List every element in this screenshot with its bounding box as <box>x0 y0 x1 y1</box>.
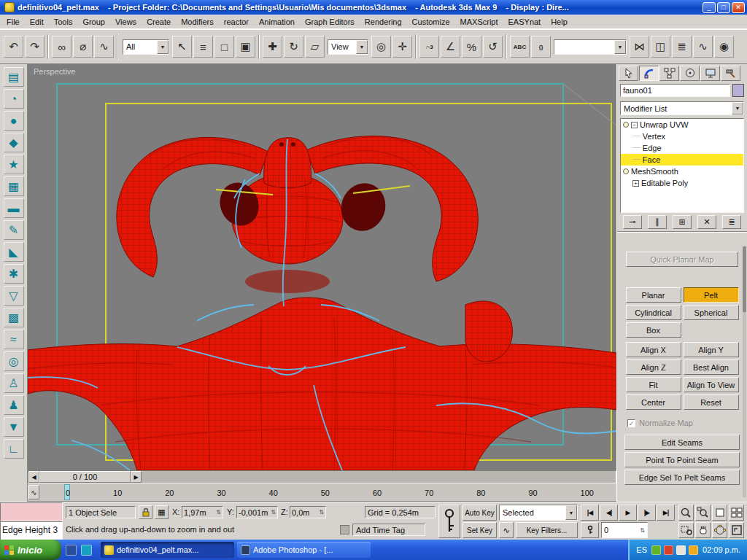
set-key-button[interactable]: Set Key <box>462 522 497 538</box>
mini-curve-editor-button[interactable]: ∿ <box>28 485 39 499</box>
left-tool-16-icon[interactable]: ♟ <box>4 395 24 415</box>
unlink-selection-icon[interactable]: ⌀ <box>73 36 93 58</box>
menu-group[interactable]: Group <box>77 16 110 28</box>
left-tool-8-icon[interactable]: ✎ <box>4 220 24 240</box>
zoom-extents-all-button[interactable] <box>729 505 744 521</box>
expander-icon[interactable]: − <box>631 122 638 128</box>
panel-scrollbar[interactable] <box>743 246 746 497</box>
menu-animation[interactable]: Animation <box>254 16 300 28</box>
dropdown-arrow-icon[interactable]: ▼ <box>356 40 368 54</box>
menu-help[interactable]: Help <box>546 16 573 28</box>
select-and-move-icon[interactable]: ✚ <box>263 36 282 58</box>
layer-manager-icon[interactable]: ≣ <box>672 36 692 58</box>
material-editor-icon[interactable]: ◉ <box>714 36 734 58</box>
left-tool-12-icon[interactable]: ▩ <box>4 308 24 327</box>
go-to-start-button[interactable]: |◀ <box>581 505 599 521</box>
taskbar-task-adobe-photoshop[interactable]: Adobe Photoshop - [... <box>237 542 371 558</box>
best-align-button[interactable]: Best Align <box>684 359 739 375</box>
modifier-list-dropdown[interactable]: Modifier List ▼ <box>620 101 744 115</box>
stack-item-edge[interactable]: ┈┈Edge <box>621 142 743 154</box>
go-to-end-button[interactable]: ▶| <box>657 505 675 521</box>
select-and-manipulate-icon[interactable]: ✛ <box>392 36 412 58</box>
undo-icon[interactable]: ↶ <box>4 36 23 58</box>
select-and-scale-icon[interactable]: ▱ <box>305 36 325 58</box>
stack-item-vertex[interactable]: ┈┈Vertex <box>621 131 743 142</box>
zoom-extents-button[interactable] <box>712 505 727 521</box>
left-tool-3-icon[interactable]: ● <box>4 111 24 131</box>
quick-planar-map-button[interactable]: Quick Planar Map <box>626 252 738 267</box>
menu-views[interactable]: Views <box>110 16 142 28</box>
expander-icon[interactable]: + <box>632 180 639 187</box>
y-coordinate-field[interactable]: -0,001m ⇅ <box>236 506 278 518</box>
bind-to-space-warp-icon[interactable]: ∿ <box>94 36 114 58</box>
named-selection-sets-icon[interactable]: {} <box>531 36 551 58</box>
left-tool-10-icon[interactable]: ✱ <box>4 264 24 284</box>
arc-rotate-button[interactable] <box>712 522 727 538</box>
key-filters-button[interactable]: Key Filters... <box>516 522 578 538</box>
dropdown-arrow-icon[interactable]: ▼ <box>565 505 577 520</box>
title-bar[interactable]: definitivo04_pelt.max - Project Folder: … <box>0 0 747 15</box>
track-bar[interactable]: ∿ 0102030405060708090100 <box>28 483 616 502</box>
app-icon[interactable] <box>4 2 15 12</box>
language-indicator[interactable]: ES <box>636 545 647 554</box>
menu-easynat[interactable]: EASYnat <box>503 16 546 28</box>
left-tool-14-icon[interactable]: ◎ <box>4 351 24 371</box>
tab-hierarchy[interactable] <box>659 66 679 81</box>
left-tool-7-icon[interactable]: ▬ <box>4 198 24 218</box>
named-selection-dropdown[interactable]: ▼ <box>554 39 627 55</box>
pelt-button[interactable]: Pelt <box>684 287 739 303</box>
time-slider[interactable]: ◀ 0 / 100 ▶ <box>28 470 616 483</box>
bulb-icon[interactable] <box>623 122 629 128</box>
fit-button[interactable]: Fit <box>626 377 681 392</box>
selection-filter-dropdown[interactable]: All▼ <box>123 39 169 55</box>
spinner-icon[interactable]: ⇅ <box>271 509 276 516</box>
zoom-button[interactable] <box>678 505 694 521</box>
keyboard-shortcut-override-icon[interactable]: ABC <box>510 36 530 58</box>
left-tool-1-icon[interactable]: ▤ <box>4 67 24 87</box>
box-button[interactable]: Box <box>626 322 681 338</box>
edge-sel-to-pelt-seams-button[interactable]: Edge Sel To Pelt Seams <box>624 470 740 485</box>
menu-graph-editors[interactable]: Graph Editors <box>300 16 360 28</box>
pan-button[interactable] <box>695 522 711 538</box>
select-by-name-icon[interactable]: ≡ <box>193 36 213 58</box>
zoom-all-button[interactable] <box>695 505 711 521</box>
default-in-out-tangents-button[interactable]: ∿ <box>499 522 514 538</box>
stack-item-face[interactable]: ┈┈Face <box>621 154 743 166</box>
stack-item-unwrap-uvw[interactable]: −Unwrap UVW <box>621 119 743 131</box>
configure-modifier-sets-icon[interactable]: ≣ <box>722 215 741 229</box>
spinner-icon[interactable]: ⇅ <box>640 527 645 534</box>
spinner-icon[interactable]: ⇅ <box>319 509 324 516</box>
show-end-result-icon[interactable]: ∥ <box>648 215 667 229</box>
menu-file[interactable]: File <box>1 16 25 28</box>
pin-stack-icon[interactable]: ⊸ <box>623 215 642 229</box>
absolute-offset-toggle[interactable]: ▦ <box>155 505 169 519</box>
dropdown-arrow-icon[interactable]: ▼ <box>614 40 626 54</box>
select-and-rotate-icon[interactable]: ↻ <box>284 36 303 58</box>
menu-rendering[interactable]: Rendering <box>360 16 407 28</box>
menu-reactor[interactable]: reactor <box>219 16 254 28</box>
panel-scrollbar-thumb[interactable] <box>743 246 746 312</box>
tray-icon-4[interactable] <box>689 545 698 555</box>
tray-icon-3[interactable] <box>676 545 686 555</box>
object-color-swatch[interactable] <box>732 84 744 97</box>
spherical-button[interactable]: Spherical <box>684 305 739 320</box>
next-frame-button[interactable]: |▶ <box>638 505 656 521</box>
dropdown-arrow-icon[interactable]: ▼ <box>157 40 169 54</box>
maximize-viewport-toggle[interactable] <box>729 522 744 538</box>
z-coordinate-field[interactable]: 0,0m ⇅ <box>290 506 326 518</box>
select-object-icon[interactable]: ↖ <box>172 36 192 58</box>
spinner-snap-icon[interactable]: ↺ <box>483 36 503 58</box>
rectangular-selection-region-icon[interactable]: □ <box>214 36 234 58</box>
snaps-toggle-icon[interactable]: ∩3 <box>419 36 439 58</box>
use-pivot-point-center-icon[interactable]: ◎ <box>371 36 391 58</box>
tab-display[interactable] <box>700 66 720 81</box>
quicklaunch-icon-1[interactable] <box>66 545 77 556</box>
window-crossing-icon[interactable]: ▣ <box>236 36 255 58</box>
menu-tools[interactable]: Tools <box>49 16 78 28</box>
align-to-view-button[interactable]: Align To View <box>684 377 739 392</box>
object-name-field[interactable]: fauno01 <box>620 84 730 97</box>
tab-motion[interactable] <box>680 66 700 81</box>
previous-frame-button[interactable]: ◀| <box>600 505 618 521</box>
selection-lock-button[interactable] <box>139 505 152 519</box>
left-tool-13-icon[interactable]: ≈ <box>4 330 24 349</box>
